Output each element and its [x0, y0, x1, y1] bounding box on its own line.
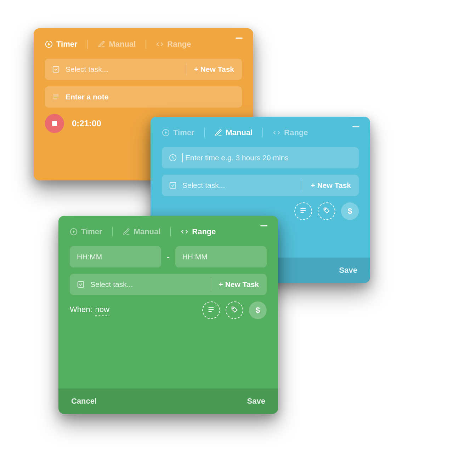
play-circle-icon: [162, 129, 170, 137]
range-icon: [181, 228, 188, 236]
billable-button[interactable]: $: [341, 202, 359, 220]
tab-timer[interactable]: Timer: [70, 226, 102, 238]
tab-separator: [146, 40, 146, 49]
tab-timer-label: Timer: [56, 40, 78, 49]
svg-rect-13: [78, 282, 84, 288]
billable-button[interactable]: $: [249, 301, 267, 319]
play-circle-icon: [45, 40, 53, 48]
tag-icon: [231, 306, 238, 315]
range-icon: [273, 129, 280, 137]
note-lines-icon: [207, 306, 215, 315]
new-task-button[interactable]: + New Task: [211, 280, 267, 289]
svg-rect-1: [53, 67, 59, 73]
tab-manual-label: Manual: [134, 227, 161, 236]
note-lines-icon: [299, 207, 307, 216]
tab-range-label: Range: [192, 227, 216, 236]
note-lines-icon: [52, 93, 60, 101]
tab-timer-label: Timer: [173, 128, 194, 137]
select-task-placeholder: Select task...: [90, 280, 211, 289]
icon-actions: $: [202, 301, 267, 319]
tab-timer[interactable]: Timer: [45, 38, 78, 50]
end-time-placeholder: HH:MM: [182, 253, 260, 261]
dollar-icon: $: [348, 207, 352, 216]
tag-button[interactable]: [318, 202, 335, 220]
tab-range[interactable]: Range: [181, 226, 216, 238]
note-placeholder: Enter a note: [66, 93, 235, 101]
icon-actions: $: [294, 202, 359, 220]
task-check-icon: [52, 65, 60, 73]
select-task-field[interactable]: Select task... + New Task: [70, 274, 267, 295]
minimize-button[interactable]: [352, 126, 359, 127]
range-dash: -: [167, 252, 169, 261]
select-task-field[interactable]: Select task... + New Task: [45, 59, 242, 80]
tab-manual-label: Manual: [226, 128, 253, 137]
time-input-field[interactable]: Enter time e.g. 3 hours 20 mins: [162, 147, 359, 168]
tab-timer-label: Timer: [81, 227, 102, 236]
new-task-button[interactable]: + New Task: [303, 181, 359, 190]
tab-bar: Timer Manual Range: [162, 127, 359, 139]
tab-range-label: Range: [167, 40, 191, 49]
cancel-button[interactable]: Cancel: [71, 397, 97, 406]
range-card: Timer Manual Range HH:MM -: [58, 216, 278, 414]
tab-range[interactable]: Range: [273, 127, 308, 139]
tab-separator: [87, 40, 88, 49]
tab-separator: [112, 227, 113, 236]
edit-icon: [215, 129, 222, 137]
tab-manual[interactable]: Manual: [215, 127, 253, 139]
tab-separator: [204, 128, 205, 137]
select-task-field[interactable]: Select task... + New Task: [162, 175, 359, 196]
tab-manual[interactable]: Manual: [123, 226, 161, 238]
note-button[interactable]: [294, 202, 312, 220]
card-footer: Cancel Save: [58, 388, 278, 414]
tab-bar: Timer Manual Range: [45, 38, 242, 50]
when-value[interactable]: now: [95, 305, 109, 316]
tab-manual-label: Manual: [109, 40, 136, 49]
task-check-icon: [77, 281, 85, 288]
tag-icon: [323, 207, 330, 216]
dollar-icon: $: [256, 306, 260, 315]
tab-separator: [262, 128, 263, 137]
elapsed-time: 0:21:00: [72, 119, 101, 128]
svg-point-11: [325, 209, 326, 210]
note-field[interactable]: Enter a note: [45, 86, 242, 108]
tab-range[interactable]: Range: [156, 38, 191, 50]
time-range-row: HH:MM - HH:MM: [70, 246, 267, 267]
minimize-button[interactable]: [236, 38, 243, 39]
select-task-placeholder: Select task...: [66, 65, 186, 74]
note-button[interactable]: [202, 301, 220, 319]
time-input-placeholder: Enter time e.g. 3 hours 20 mins: [185, 154, 352, 162]
svg-point-17: [233, 308, 234, 309]
edit-icon: [98, 40, 106, 48]
clock-icon: [169, 154, 177, 162]
range-icon: [156, 40, 164, 48]
stop-icon: [52, 121, 57, 126]
tab-manual[interactable]: Manual: [98, 38, 136, 50]
tab-separator: [170, 227, 171, 236]
meta-row: When: now $: [70, 301, 267, 319]
when-selector: When: now: [70, 305, 109, 316]
task-check-icon: [169, 181, 177, 189]
tab-timer[interactable]: Timer: [162, 127, 194, 139]
select-task-placeholder: Select task...: [182, 181, 303, 190]
tag-button[interactable]: [226, 301, 243, 319]
svg-rect-7: [170, 183, 176, 189]
tab-range-label: Range: [284, 128, 308, 137]
end-time-field[interactable]: HH:MM: [175, 246, 267, 267]
text-cursor-icon: [182, 153, 183, 162]
when-label: When:: [70, 305, 92, 314]
save-button[interactable]: Save: [339, 266, 357, 275]
stop-button[interactable]: [45, 114, 64, 133]
tab-bar: Timer Manual Range: [70, 226, 267, 238]
start-time-placeholder: HH:MM: [77, 253, 154, 261]
start-time-field[interactable]: HH:MM: [70, 246, 161, 267]
new-task-button[interactable]: + New Task: [186, 65, 242, 74]
minimize-button[interactable]: [260, 225, 267, 226]
edit-icon: [123, 228, 130, 236]
save-button[interactable]: Save: [247, 397, 265, 406]
play-circle-icon: [70, 228, 78, 236]
